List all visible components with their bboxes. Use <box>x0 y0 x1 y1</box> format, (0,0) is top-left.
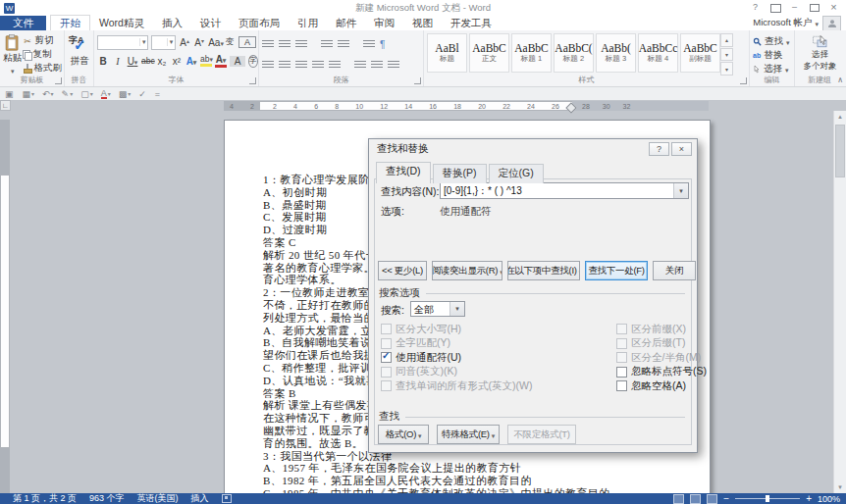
web-layout-icon[interactable] <box>707 494 717 504</box>
status-item[interactable]: 插入 <box>191 492 209 504</box>
maximize-button[interactable] <box>805 1 823 14</box>
dialog-launcher-icon[interactable] <box>414 77 421 84</box>
addin-toolbar-button[interactable]: ▦ ▾ <box>23 89 35 99</box>
style-card[interactable]: AaBbC 副标题 <box>680 33 720 73</box>
dialog-tab[interactable]: 定位(G) <box>489 164 544 183</box>
styles-more-icon[interactable]: ▾ <box>720 62 733 76</box>
macro-record-icon[interactable] <box>222 494 232 503</box>
checkbox-box[interactable] <box>616 380 627 391</box>
text-effects-button[interactable]: A <box>185 56 197 67</box>
style-card[interactable]: AaBbC 标题 1 <box>511 33 552 73</box>
less-button[interactable]: << 更少(L) <box>378 261 427 280</box>
dialog-launcher-icon[interactable] <box>249 77 256 84</box>
account-menu[interactable]: Microsoft 帐户 <box>753 16 819 30</box>
tab-file[interactable]: 文件 <box>0 16 46 30</box>
sort-icon[interactable] <box>363 40 375 49</box>
align-right-icon[interactable] <box>295 61 307 70</box>
ribbon-tab[interactable]: Word精灵 <box>90 16 153 30</box>
dialog-launcher-icon[interactable] <box>55 77 62 84</box>
find-next-button[interactable]: 查找下一处(F) <box>585 261 648 280</box>
cut-button[interactable]: ✂剪切 <box>23 34 63 47</box>
ribbon-tab[interactable]: 邮件 <box>327 16 365 30</box>
addin-toolbar-button[interactable]: ▩ ▾ <box>119 89 132 99</box>
zoom-in-icon[interactable]: + <box>806 494 812 504</box>
ribbon-tab[interactable]: 页面布局 <box>230 16 289 30</box>
format-button[interactable]: 格式(O) <box>378 425 429 444</box>
find-in-button[interactable]: 在以下项中查找(I) <box>507 261 580 280</box>
close-button[interactable] <box>824 1 843 14</box>
dialog-checkbox[interactable]: 区分前缀(X) <box>616 324 707 335</box>
dialog-help-icon[interactable]: ? <box>649 142 669 156</box>
show-marks-icon[interactable]: ¶ <box>380 39 385 50</box>
increase-indent-icon[interactable] <box>338 40 349 49</box>
highlight-color-button[interactable]: ab <box>200 55 212 67</box>
numbering-icon[interactable] <box>279 40 291 49</box>
distribute-icon[interactable] <box>329 61 341 70</box>
dialog-title-bar[interactable]: 查找和替换 <box>369 139 697 159</box>
shrink-font-button[interactable]: A▾ <box>193 37 205 48</box>
collapse-ribbon-icon[interactable]: ∧ <box>837 76 843 84</box>
close-button[interactable]: 关闭 <box>653 261 696 280</box>
shading-icon[interactable] <box>371 61 383 70</box>
ribbon-tab[interactable]: 引用 <box>289 16 327 30</box>
style-card[interactable]: AaBbC 正文 <box>469 33 509 73</box>
dialog-checkbox[interactable]: 忽略空格(A) <box>616 380 707 392</box>
style-card[interactable]: AaBl 标题 <box>427 33 467 73</box>
pinyin-button[interactable]: 字A✓ 拼音 <box>68 32 91 76</box>
subscript-button[interactable]: x₂ <box>156 56 168 67</box>
combo-dropdown-icon[interactable] <box>449 302 464 316</box>
status-item[interactable]: 英语(美国) <box>137 492 179 504</box>
scrollbar-thumb[interactable] <box>835 125 845 177</box>
dialog-launcher-icon[interactable] <box>740 77 747 84</box>
dialog-checkbox[interactable]: 区分后缀(T) <box>616 338 707 350</box>
bullets-icon[interactable] <box>262 40 274 49</box>
minimize-button[interactable] <box>785 1 804 14</box>
dialog-tab[interactable]: 替换(P) <box>433 164 487 183</box>
dialog-checkbox[interactable]: 区分全/半角(M) <box>616 352 707 364</box>
select-multiple-objects-button[interactable]: 选择 多个对象 <box>798 32 842 76</box>
zoom-slider[interactable] <box>735 498 800 499</box>
strikethrough-button[interactable]: abc <box>141 56 153 66</box>
avatar[interactable] <box>822 16 841 31</box>
combo-dropdown-icon[interactable] <box>673 183 688 198</box>
ribbon-tab[interactable]: 设计 <box>191 16 230 30</box>
ribbon-tab[interactable]: 开发工具 <box>442 16 501 30</box>
line-spacing-icon[interactable] <box>354 61 366 70</box>
checkbox-box[interactable] <box>616 338 627 349</box>
style-card[interactable]: AaBbC( 标题 2 <box>554 33 594 73</box>
addin-toolbar-button[interactable]: ↶ ▾ <box>42 89 54 99</box>
borders-icon[interactable] <box>388 61 399 70</box>
checkbox-box[interactable] <box>616 367 627 378</box>
dialog-checkbox[interactable]: 区分大小写(H) <box>381 324 532 335</box>
checkbox-box[interactable] <box>381 367 392 378</box>
checkbox-box[interactable] <box>381 352 392 363</box>
print-layout-icon[interactable] <box>690 494 701 504</box>
multilevel-list-icon[interactable] <box>295 40 307 49</box>
checkbox-box[interactable] <box>381 338 392 349</box>
superscript-button[interactable]: x² <box>171 56 183 67</box>
find-what-combo[interactable] <box>440 182 689 199</box>
ribbon-tab[interactable]: 插入 <box>153 16 191 30</box>
find-what-input[interactable] <box>441 183 673 198</box>
zoom-slider-thumb[interactable] <box>766 495 769 502</box>
scroll-up-icon[interactable]: ▴ <box>834 111 846 123</box>
font-color-button[interactable]: A <box>215 55 227 68</box>
status-item[interactable]: 第 1 页，共 2 页 <box>13 492 77 504</box>
tab-stop-selector[interactable]: ∟ <box>0 100 11 111</box>
ribbon-tab[interactable]: 审阅 <box>365 16 403 30</box>
grow-font-button[interactable]: A▴ <box>179 37 190 48</box>
special-format-button[interactable]: 特殊格式(E) <box>437 425 500 444</box>
ruby-guide-button[interactable]: 变 <box>224 36 236 48</box>
character-border-button[interactable]: A <box>238 36 256 48</box>
addin-toolbar-button[interactable]: ✎ ▾ <box>62 89 74 99</box>
vertical-scrollbar[interactable]: ▴ ▾ <box>833 111 846 493</box>
character-shading-button[interactable]: A <box>230 56 245 67</box>
justify-icon[interactable] <box>312 61 324 70</box>
paste-button[interactable]: 粘贴 <box>3 32 23 76</box>
find-button[interactable]: 查找 <box>753 35 792 48</box>
checkbox-box[interactable] <box>616 324 627 334</box>
checkbox-box[interactable] <box>381 380 392 391</box>
copy-button[interactable]: 复制 <box>23 48 63 61</box>
search-scope-combo[interactable]: 全部 <box>410 301 465 317</box>
status-item[interactable]: 963 个字 <box>89 492 125 504</box>
